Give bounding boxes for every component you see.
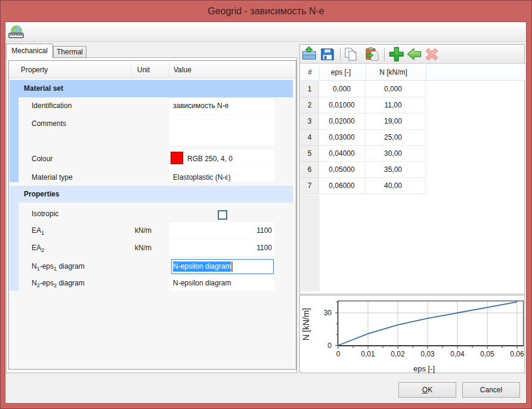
- svg-text:0,01: 0,01: [361, 350, 375, 358]
- svg-text:0,02: 0,02: [391, 350, 405, 358]
- svg-text:0,04: 0,04: [450, 350, 465, 358]
- svg-text:N [kN/m]: N [kN/m]: [301, 308, 311, 340]
- svg-text:0,05: 0,05: [480, 350, 494, 358]
- svg-text:30: 30: [324, 309, 332, 317]
- svg-text:0: 0: [336, 350, 341, 358]
- svg-text:0: 0: [327, 342, 332, 350]
- svg-text:eps [-]: eps [-]: [413, 364, 435, 373]
- svg-text:0,03: 0,03: [420, 350, 435, 358]
- svg-text:0,06: 0,06: [510, 350, 524, 358]
